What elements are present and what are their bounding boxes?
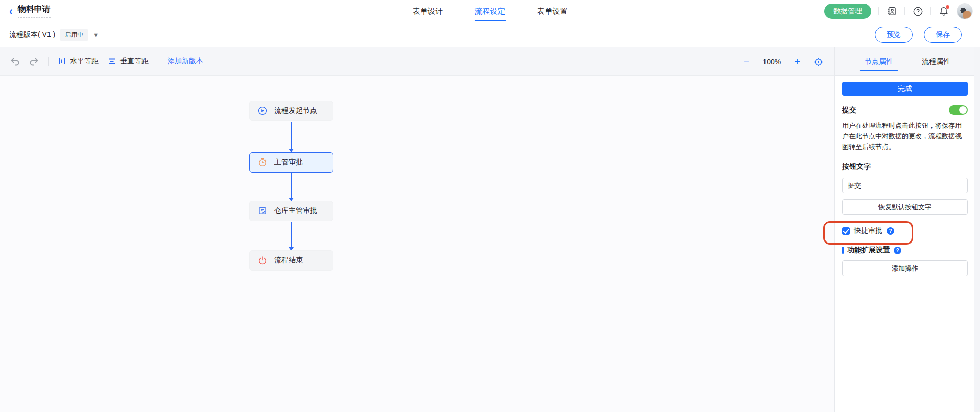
flow-connector bbox=[291, 122, 292, 152]
status-badge: 启用中 bbox=[60, 29, 88, 41]
vertical-space-button[interactable]: 垂直等距 bbox=[108, 57, 149, 66]
toolbar-left: 水平等距 垂直等距 添加新版本 bbox=[0, 57, 203, 66]
flow-node-manager-approval[interactable]: 主管审批 bbox=[249, 152, 333, 173]
power-icon bbox=[258, 256, 267, 265]
panel-body: 完成 提交 用户在处理流程时点击此按钮，将保存用户在此节点中对数据的更改，流程数… bbox=[835, 76, 975, 276]
canvas-toolbar: 水平等距 垂直等距 添加新版本 − 100% + bbox=[0, 47, 834, 76]
extension-label: 功能扩展设置 bbox=[847, 246, 890, 255]
play-circle-icon bbox=[258, 106, 267, 115]
divider bbox=[48, 57, 49, 66]
quick-approve-checkbox[interactable] bbox=[842, 227, 850, 235]
submit-label: 提交 bbox=[842, 106, 856, 115]
notification-dot bbox=[946, 5, 949, 9]
save-button[interactable]: 保存 bbox=[924, 27, 962, 43]
submit-row: 提交 bbox=[842, 105, 968, 115]
quick-approve-label: 快捷审批 bbox=[854, 226, 882, 235]
flow-node-end[interactable]: 流程结束 bbox=[249, 250, 333, 271]
flow-connector bbox=[291, 173, 292, 201]
horizontal-space-icon bbox=[58, 57, 66, 65]
tab-flow-properties[interactable]: 流程属性 bbox=[922, 47, 950, 76]
divider bbox=[158, 57, 158, 66]
section-marker bbox=[842, 247, 844, 254]
version-bar: 流程版本( V1 ) 启用中 ▼ 预览 保存 bbox=[0, 22, 980, 47]
document-edit-icon bbox=[258, 206, 267, 215]
quick-approve-row: 快捷审批 ? bbox=[842, 226, 968, 236]
flow-node-label: 仓库主管审批 bbox=[274, 206, 317, 215]
chevron-down-icon[interactable]: ▼ bbox=[93, 32, 99, 38]
fit-view-icon[interactable] bbox=[814, 57, 823, 67]
horizontal-space-label: 水平等距 bbox=[70, 57, 99, 66]
extension-section-header: 功能扩展设置 ? bbox=[842, 246, 968, 255]
submit-description: 用户在处理流程时点击此按钮，将保存用户在此节点中对数据的更改，流程数据视图转至后… bbox=[842, 120, 968, 152]
page-title[interactable]: 物料申请 bbox=[18, 4, 51, 18]
stopwatch-icon bbox=[258, 158, 267, 167]
tab-flow-settings[interactable]: 流程设定 bbox=[475, 0, 506, 22]
quick-approve-help-icon[interactable]: ? bbox=[887, 227, 894, 235]
flow-node-start[interactable]: 流程发起节点 bbox=[249, 101, 333, 121]
submit-toggle[interactable] bbox=[949, 105, 968, 115]
vertical-space-icon bbox=[108, 57, 116, 65]
workflow-designer-page: ‹ 物料申请 表单设计 流程设定 表单设置 数据管理 bbox=[0, 0, 980, 412]
zoom-level: 100% bbox=[763, 58, 781, 66]
header-right: 数据管理 bbox=[824, 0, 973, 22]
button-text-label: 按钮文字 bbox=[842, 162, 968, 172]
header-left: ‹ 物料申请 bbox=[0, 4, 51, 18]
properties-panel: 节点属性 流程属性 完成 提交 用户在处理流程时点击此按钮，将保存用户在此节点中… bbox=[834, 47, 980, 412]
back-icon[interactable]: ‹ bbox=[9, 5, 13, 17]
zoom-in-button[interactable]: + bbox=[794, 57, 800, 67]
extension-help-icon[interactable]: ? bbox=[894, 247, 901, 254]
panel-scrollbar[interactable] bbox=[974, 47, 980, 412]
reset-button-text-button[interactable]: 恢复默认按钮文字 bbox=[842, 199, 968, 215]
version-actions: 预览 保存 bbox=[875, 27, 962, 43]
tab-form-design[interactable]: 表单设计 bbox=[413, 0, 443, 22]
tab-node-properties[interactable]: 节点属性 bbox=[865, 47, 893, 76]
flow-node-label: 流程发起节点 bbox=[274, 106, 317, 115]
done-button[interactable]: 完成 bbox=[842, 82, 968, 96]
help-icon[interactable] bbox=[912, 6, 923, 17]
divider bbox=[878, 7, 879, 15]
version-label: 流程版本( V1 ) bbox=[9, 30, 55, 39]
data-manage-button[interactable]: 数据管理 bbox=[824, 4, 871, 19]
user-avatar[interactable] bbox=[957, 3, 973, 19]
flow-canvas[interactable]: 流程发起节点 主管审批 仓库主管审批 bbox=[0, 76, 834, 412]
horizontal-space-button[interactable]: 水平等距 bbox=[58, 57, 99, 66]
undo-icon[interactable] bbox=[10, 57, 20, 66]
main-tabs: 表单设计 流程设定 表单设置 bbox=[413, 0, 568, 22]
flow-node-warehouse-approval[interactable]: 仓库主管审批 bbox=[249, 201, 333, 221]
divider bbox=[930, 7, 931, 15]
flow-node-label: 主管审批 bbox=[274, 158, 303, 167]
tab-form-settings[interactable]: 表单设置 bbox=[537, 0, 568, 22]
flow-node-label: 流程结束 bbox=[274, 256, 303, 265]
add-action-button[interactable]: 添加操作 bbox=[842, 260, 968, 276]
redo-icon[interactable] bbox=[29, 57, 39, 66]
divider bbox=[904, 7, 905, 15]
zoom-out-button[interactable]: − bbox=[744, 57, 750, 67]
vertical-space-label: 垂直等距 bbox=[120, 57, 149, 66]
button-text-input[interactable] bbox=[842, 178, 968, 193]
zoom-controls: − 100% + bbox=[744, 47, 823, 76]
panel-tabs: 节点属性 流程属性 bbox=[835, 47, 980, 76]
add-version-button[interactable]: 添加新版本 bbox=[168, 57, 203, 66]
app-header: ‹ 物料申请 表单设计 流程设定 表单设置 数据管理 bbox=[0, 0, 980, 22]
preview-button[interactable]: 预览 bbox=[875, 27, 913, 43]
contacts-icon[interactable] bbox=[886, 6, 897, 17]
version-info: 流程版本( V1 ) 启用中 ▼ bbox=[0, 29, 99, 41]
flow-connector bbox=[291, 222, 292, 250]
notifications-bell-icon[interactable] bbox=[938, 6, 949, 17]
